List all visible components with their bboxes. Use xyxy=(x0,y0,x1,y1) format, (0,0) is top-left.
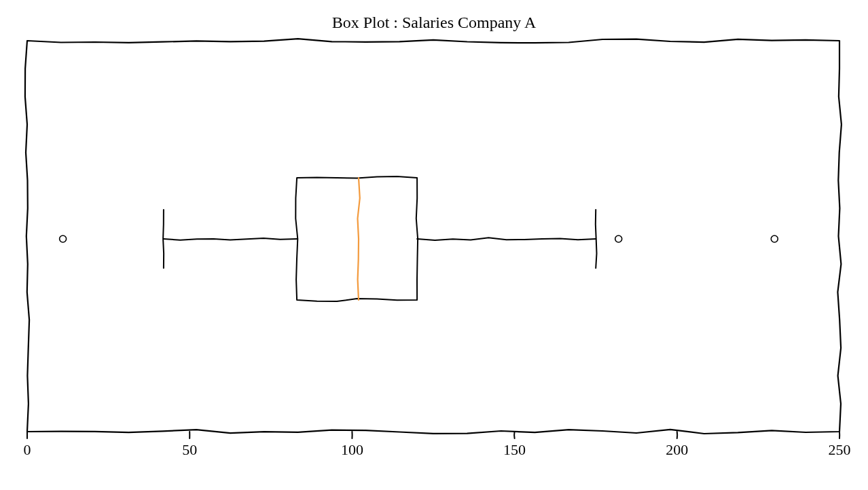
median-line xyxy=(358,178,360,300)
x-tick-label: 50 xyxy=(182,441,197,459)
x-tick-label: 150 xyxy=(503,441,526,459)
plot-border xyxy=(25,39,842,434)
chart-container: Box Plot : Salaries Company A 0501001502… xyxy=(0,0,868,490)
box-rect xyxy=(295,176,418,301)
whisker-low-cap xyxy=(163,210,164,268)
x-tick-label: 100 xyxy=(341,441,363,459)
x-tick-label: 0 xyxy=(24,441,31,459)
x-tick-label: 250 xyxy=(829,441,851,459)
x-tick-label: 200 xyxy=(666,441,688,459)
whisker-low-line xyxy=(164,238,297,240)
boxplot-svg xyxy=(0,0,868,490)
outlier-point xyxy=(60,235,67,242)
whisker-high-line xyxy=(417,238,596,240)
whisker-high-cap xyxy=(596,210,597,268)
outlier-point xyxy=(771,235,778,242)
x-tick xyxy=(514,432,515,438)
outlier-point xyxy=(615,235,622,242)
